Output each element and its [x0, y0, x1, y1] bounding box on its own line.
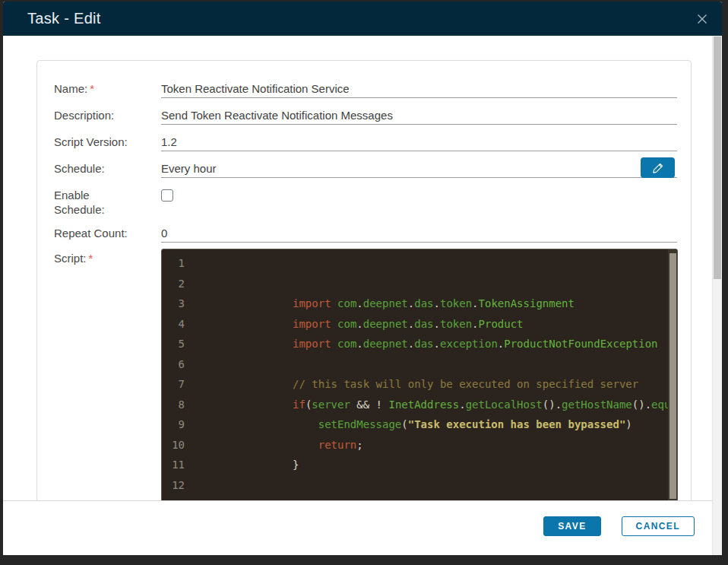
name-row: Name:*	[54, 81, 677, 98]
edit-schedule-button[interactable]	[641, 157, 675, 178]
line-number: 12	[162, 475, 185, 496]
script-version-label: Script Version:	[54, 135, 161, 151]
required-asterisk: *	[90, 82, 94, 95]
dialog-scrollbar-thumb[interactable]	[714, 37, 721, 279]
code-line: 1	[162, 253, 677, 274]
code-line: 10 return;	[162, 435, 677, 455]
repeat-count-row: Repeat Count:	[54, 226, 677, 243]
code-text: import com.deepnet.das.exception.Product…	[185, 334, 658, 354]
code-text: // this task will only be executed on sp…	[185, 374, 638, 395]
script-version-row: Script Version:	[54, 135, 677, 151]
description-input[interactable]	[161, 108, 677, 122]
line-number: 11	[162, 455, 185, 475]
repeat-count-input[interactable]	[161, 226, 677, 240]
script-code-editor[interactable]: 123 import com.deepnet.das.token.TokenAs…	[161, 249, 678, 500]
line-number: 13	[162, 495, 185, 500]
code-text	[185, 354, 203, 375]
code-line: 6	[162, 354, 677, 375]
code-text: // currently, only check DeviceID produc…	[185, 495, 555, 500]
close-button[interactable]	[695, 12, 709, 26]
script-row: Script:* 123 import com.deepnet.das.toke…	[54, 251, 677, 500]
schedule-field	[161, 161, 677, 178]
cancel-button[interactable]: CANCEL	[622, 516, 695, 536]
script-label-text: Script:	[54, 252, 87, 265]
code-text: import com.deepnet.das.token.TokenAssign…	[185, 294, 574, 314]
name-input[interactable]	[161, 81, 677, 96]
name-label: Name:*	[54, 81, 161, 98]
line-number: 9	[162, 414, 185, 435]
code-text	[185, 475, 203, 496]
editor-scrollbar-thumb[interactable]	[669, 253, 676, 499]
line-number: 3	[162, 294, 185, 314]
code-text: import com.deepnet.das.token.Product	[185, 314, 524, 335]
dialog-header: Task - Edit	[3, 2, 722, 36]
form-card: Name:* Description: Script Version: Sche…	[36, 60, 692, 500]
script-version-field	[161, 135, 677, 151]
line-number: 10	[162, 435, 185, 455]
code-lines: 123 import com.deepnet.das.token.TokenAs…	[162, 249, 677, 500]
dialog-body: Name:* Description: Script Version: Sche…	[3, 36, 712, 500]
code-line: 9 setEndMessage("Task execution has been…	[162, 414, 677, 435]
name-label-text: Name:	[54, 82, 87, 95]
pencil-icon	[652, 162, 664, 174]
code-line: 13 // currently, only check DeviceID pro…	[162, 495, 677, 500]
code-text: }	[185, 455, 299, 475]
code-line: 8 if(server && ! InetAddress.getLocalHos…	[162, 395, 677, 415]
script-field: 123 import com.deepnet.das.token.TokenAs…	[161, 249, 678, 500]
name-field	[161, 81, 677, 98]
line-number: 8	[162, 395, 185, 415]
code-text: setEndMessage("Task execution has been b…	[185, 414, 632, 435]
enable-schedule-label: Enable Schedule:	[54, 188, 115, 217]
code-line: 5 import com.deepnet.das.exception.Produ…	[162, 334, 677, 354]
task-edit-dialog: Task - Edit Name:* Description: Scr	[3, 2, 722, 555]
script-label: Script:*	[54, 251, 161, 500]
line-number: 4	[162, 314, 185, 335]
save-button[interactable]: SAVE	[543, 516, 600, 536]
schedule-row: Schedule:	[54, 161, 677, 178]
description-label: Description:	[54, 108, 161, 125]
enable-schedule-row: Enable Schedule:	[54, 188, 677, 217]
code-line: 11 }	[162, 455, 677, 475]
enable-schedule-field	[161, 188, 677, 204]
line-number: 2	[162, 274, 185, 294]
dialog-title: Task - Edit	[27, 10, 101, 27]
code-line: 3 import com.deepnet.das.token.TokenAssi…	[162, 294, 677, 314]
code-line: 7 // this task will only be executed on …	[162, 374, 677, 395]
repeat-count-field	[161, 226, 677, 243]
description-field	[161, 108, 677, 125]
enable-schedule-checkbox[interactable]	[161, 189, 173, 202]
line-number: 1	[162, 253, 185, 274]
code-line: 12	[162, 475, 677, 496]
line-number: 5	[162, 334, 185, 354]
code-line: 4 import com.deepnet.das.token.Product	[162, 314, 677, 335]
code-line: 2	[162, 274, 677, 294]
schedule-input[interactable]	[161, 161, 677, 176]
editor-scrollbar[interactable]	[668, 249, 677, 500]
line-number: 6	[162, 354, 185, 375]
code-text	[185, 274, 203, 294]
code-text: if(server && ! InetAddress.getLocalHost(…	[185, 395, 677, 415]
schedule-label: Schedule:	[54, 161, 161, 178]
enable-schedule-label-wrap: Enable Schedule:	[54, 188, 161, 217]
close-icon	[696, 13, 708, 25]
repeat-count-label: Repeat Count:	[54, 226, 161, 243]
description-row: Description:	[54, 108, 677, 125]
dialog-footer: SAVE CANCEL	[3, 500, 712, 555]
required-asterisk: *	[89, 252, 93, 265]
code-text: return;	[185, 435, 363, 455]
code-text	[185, 253, 203, 274]
script-version-input[interactable]	[161, 135, 677, 149]
dialog-scrollbar[interactable]	[712, 36, 722, 555]
line-number: 7	[162, 374, 185, 395]
